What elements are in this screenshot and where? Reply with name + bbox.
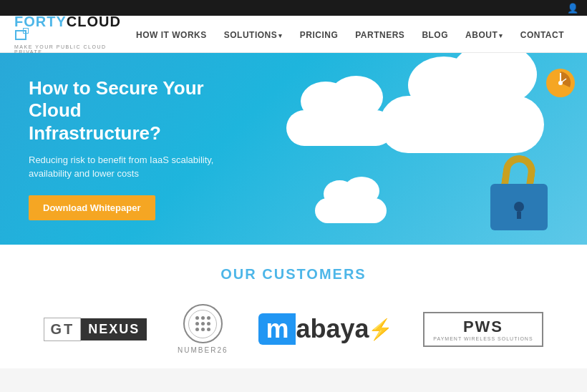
pws-text: PWS xyxy=(463,318,503,336)
gtnexus-logo: GT NEXUS xyxy=(44,318,147,341)
nav-link-blog[interactable]: BLOG xyxy=(413,30,457,40)
download-whitepaper-button[interactable]: Download Whitepaper xyxy=(29,195,155,220)
customers-logos: GT NEXUS xyxy=(14,304,573,354)
nav-link-pricing[interactable]: PRICING xyxy=(291,30,347,40)
hero-title: How to Secure Your Cloud Infrastructure? xyxy=(29,77,215,144)
mabaya-logo: m abaya ⚡ xyxy=(258,313,392,345)
cloud-medium xyxy=(286,82,394,146)
nav-item-how-it-works[interactable]: HOW IT WORKS xyxy=(127,28,215,41)
logo[interactable]: FORTYCLOUD MAKE YOUR PUBLIC CLOUD PRIVAT… xyxy=(14,14,127,54)
nav-item-about[interactable]: ABOUT▾ xyxy=(457,28,512,41)
main-nav: FORTYCLOUD MAKE YOUR PUBLIC CLOUD PRIVAT… xyxy=(0,16,587,53)
cloud-small xyxy=(315,180,387,223)
timer-circle-icon xyxy=(545,67,576,99)
nav-item-blog[interactable]: BLOG xyxy=(413,28,457,41)
mabaya-text: abaya xyxy=(296,316,369,342)
number26-text: NUMBER26 xyxy=(178,346,228,354)
pws-logo: PWS PAYMENT WIRELESS SOLUTIONS xyxy=(423,312,543,347)
nav-item-partners[interactable]: PARTNERS xyxy=(346,28,413,41)
nav-links: HOW IT WORKS SOLUTIONS▾ PRICING PARTNERS… xyxy=(127,28,573,41)
nav-item-solutions[interactable]: SOLUTIONS▾ xyxy=(215,28,291,41)
nav-link-about[interactable]: ABOUT▾ xyxy=(457,30,512,40)
nav-link-partners[interactable]: PARTNERS xyxy=(346,30,413,40)
hero-subtitle: Reducing risk to benefit from IaaS scala… xyxy=(29,153,215,181)
lock-icon xyxy=(487,152,551,230)
nav-link-how-it-works[interactable]: HOW IT WORKS xyxy=(127,30,215,40)
nav-item-pricing[interactable]: PRICING xyxy=(291,28,347,41)
logo-cloud-icon xyxy=(15,30,26,40)
gtnexus-nexus: NEXUS xyxy=(81,318,147,340)
nav-link-contact[interactable]: CONTACT xyxy=(512,30,573,40)
logo-forty: FORTY xyxy=(14,14,67,29)
solutions-arrow: ▾ xyxy=(278,32,283,39)
hero-content: How to Secure Your Cloud Infrastructure?… xyxy=(0,56,243,242)
gtnexus-gt: GT xyxy=(44,318,81,341)
user-icon[interactable]: 👤 xyxy=(567,3,578,14)
mabaya-bolt: ⚡ xyxy=(368,318,393,341)
customers-section: OUR CUSTOMERS GT NEXUS xyxy=(0,245,587,368)
customers-title: OUR CUSTOMERS xyxy=(14,266,573,283)
number26-circle xyxy=(183,304,223,343)
nav-link-solutions[interactable]: SOLUTIONS▾ xyxy=(215,30,291,40)
logo-cloud: CLOUD xyxy=(67,14,121,29)
mabaya-m: m xyxy=(258,313,296,345)
about-arrow: ▾ xyxy=(499,32,503,39)
number26-logo: NUMBER26 xyxy=(178,304,228,354)
hero-illustration xyxy=(215,53,587,245)
hero-section: How to Secure Your Cloud Infrastructure?… xyxy=(0,53,587,245)
cloud-large xyxy=(379,60,544,153)
pws-subtext: PAYMENT WIRELESS SOLUTIONS xyxy=(433,336,533,341)
nav-item-contact[interactable]: CONTACT xyxy=(512,28,573,41)
